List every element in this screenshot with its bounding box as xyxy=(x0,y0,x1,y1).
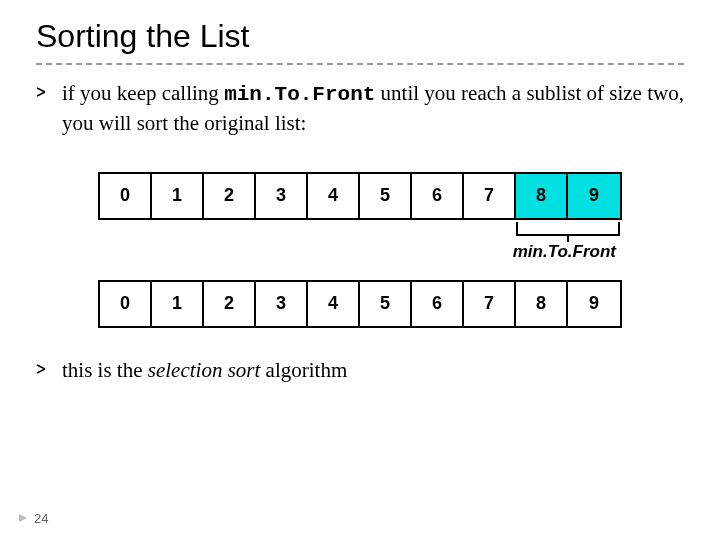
array-cell: 9 xyxy=(568,282,620,326)
array-cell: 8 xyxy=(516,174,568,218)
bullet-icon xyxy=(36,85,50,103)
array-cell: 5 xyxy=(360,282,412,326)
bullet-2-part1: this is the xyxy=(62,358,148,382)
array-cell: 6 xyxy=(412,282,464,326)
mtf-label: min.To.Front xyxy=(513,242,616,261)
array-cell: 4 xyxy=(308,282,360,326)
array-2-wrap: 0123456789 xyxy=(36,280,684,328)
array-cell: 3 xyxy=(256,282,308,326)
array-cell: 1 xyxy=(152,282,204,326)
title-divider xyxy=(36,63,684,65)
bullet-1-code: min.To.Front xyxy=(224,83,375,106)
array-cell: 1 xyxy=(152,174,204,218)
array-cell: 7 xyxy=(464,174,516,218)
slide-title: Sorting the List xyxy=(36,18,684,55)
array-cell: 2 xyxy=(204,282,256,326)
array-cell: 2 xyxy=(204,174,256,218)
bullet-2-italic: selection sort xyxy=(148,358,261,382)
array-1-wrap: 0123456789 xyxy=(36,172,684,220)
mtf-label-row: min.To.Front xyxy=(36,242,684,262)
array-1: 0123456789 xyxy=(98,172,622,220)
svg-marker-4 xyxy=(19,514,27,522)
array-cell: 6 xyxy=(412,174,464,218)
bullet-1-part1: if you keep calling xyxy=(62,81,224,105)
array-cell: 7 xyxy=(464,282,516,326)
bracket-icon xyxy=(516,222,620,236)
svg-line-0 xyxy=(37,88,45,92)
array-cell: 0 xyxy=(100,174,152,218)
bullet-2-part2: algorithm xyxy=(260,358,347,382)
bullet-1: if you keep calling min.To.Front until y… xyxy=(36,79,684,138)
svg-line-1 xyxy=(37,92,45,96)
array-cell: 4 xyxy=(308,174,360,218)
array-cell: 5 xyxy=(360,174,412,218)
footer: 24 xyxy=(18,511,48,526)
svg-line-3 xyxy=(37,369,45,373)
bullet-2-text: this is the selection sort algorithm xyxy=(62,356,347,384)
footer-play-icon xyxy=(18,511,28,526)
bullet-icon xyxy=(36,362,50,380)
bullet-1-text: if you keep calling min.To.Front until y… xyxy=(62,79,684,138)
bracket-row xyxy=(36,222,684,242)
bullet-2: this is the selection sort algorithm xyxy=(36,356,684,384)
array-2: 0123456789 xyxy=(98,280,622,328)
svg-line-2 xyxy=(37,365,45,369)
array-cell: 3 xyxy=(256,174,308,218)
page-number: 24 xyxy=(34,511,48,526)
array-cell: 0 xyxy=(100,282,152,326)
array-cell: 9 xyxy=(568,174,620,218)
array-cell: 8 xyxy=(516,282,568,326)
